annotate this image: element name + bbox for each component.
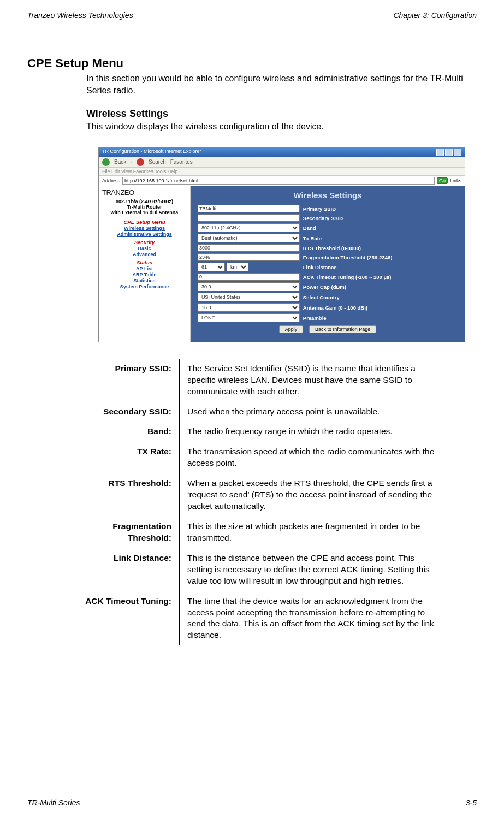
setting-input-11[interactable]: LONG [198,313,300,322]
intro-text: In this section you would be able to con… [86,73,477,96]
setting-label-5: Fragmentation Threshold (256-2346) [301,253,459,262]
setting-label-7: ACK Timeout Tuning (-100 ~ 100 µs) [301,272,459,282]
def-key-2: Band: [60,422,180,442]
security-head: Security [102,239,187,245]
setting-input-0[interactable] [198,205,300,212]
favorites-label[interactable]: Favorites [170,159,193,165]
sidebar-arp-table[interactable]: ARP Table [102,272,187,277]
setting-input-9[interactable]: US: United States [198,293,300,301]
setting-input-5[interactable] [198,253,300,261]
setting-input-1[interactable] [198,214,300,222]
sidebar-ap-list[interactable]: AP List [102,266,187,271]
setting-input-4[interactable] [198,244,300,252]
address-label: Address [102,178,120,183]
tranzeo-logo: TRANZEO [102,188,187,197]
section-title: CPE Setup Menu [27,56,477,70]
def-val-6: This is the distance between the CPE and… [180,548,444,591]
panel-heading: Wireless Settings [196,191,459,200]
links-label[interactable]: Links [450,178,461,183]
def-key-0: Primary SSID: [60,359,180,402]
def-val-7: The time that the device waits for an ac… [180,591,444,646]
setting-input-3[interactable]: Best (automatic) [198,234,300,242]
apply-button[interactable]: Apply [279,325,304,333]
sidebar-statistics[interactable]: Statistics [102,278,187,283]
def-val-3: The transmission speed at which the radi… [180,442,444,473]
sidebar-sys-performance[interactable]: System Performance [102,284,187,289]
header-left: Tranzeo Wireless Technologies [27,11,133,20]
header-right: Chapter 3: Configuration [393,11,477,20]
model-text: 802.11b/a (2.4GHz/5GHz) Tr-Multi Router … [102,199,187,216]
footer-left: TR-Multi Series [27,798,80,807]
def-val-2: The radio frequency range in which the r… [180,422,444,442]
def-val-0: The Service Set Identifier (SSID) is the… [180,359,444,402]
setting-input-2[interactable]: 802.11b (2.4GHz) [198,223,300,232]
menu-bar[interactable]: File Edit View Favorites Tools Help [99,168,465,176]
setting-label-4: RTS Threshold (0-3000) [301,244,459,253]
window-title: TR Configuration - Microsoft Internet Ex… [102,149,201,156]
setting-label-10: Antenna Gain (0 - 100 dBi) [301,303,459,313]
setting-input-10[interactable]: 16.0 [198,303,300,312]
definitions-table: Primary SSID:The Service Set Identifier … [60,359,444,646]
cpe-menu-head: CPE Setup Menu [102,219,187,225]
def-val-4: When a packet exceeds the RTS threshold,… [180,473,444,517]
back-info-button[interactable]: Back to Information Page [309,325,376,333]
subsection-title: Wireless Settings [86,108,477,120]
stop-icon[interactable] [137,158,144,166]
setting-label-2: Band [301,223,459,233]
back-label[interactable]: Back [114,159,126,165]
go-button[interactable]: Go [437,177,448,184]
search-label[interactable]: Search [149,159,166,165]
footer-right: 3-5 [466,798,477,807]
setting-input-6[interactable]: 61 [198,263,225,271]
sidebar-admin-settings[interactable]: Administrative Settings [102,232,187,237]
back-icon[interactable] [102,158,110,166]
def-key-4: RTS Threshold: [60,473,180,517]
setting-label-0: Primary SSID [301,204,459,214]
address-input[interactable] [122,177,435,185]
sidebar-basic[interactable]: Basic [102,246,187,251]
def-key-3: TX Rate: [60,442,180,473]
def-val-5: This is the size at which packets are fr… [180,517,444,548]
window-buttons [436,149,461,156]
setting-label-8: Power Cap (dBm) [301,282,459,292]
wireless-settings-screenshot: TR Configuration - Microsoft Internet Ex… [98,147,465,342]
settings-table: Primary SSIDSecondary SSID802.11b (2.4GH… [196,204,459,323]
setting-label-9: Select Country [301,292,459,303]
def-val-1: Used when the primary access point is un… [180,402,444,422]
status-head: Status [102,259,187,265]
subsection-text: This window displays the wireless config… [86,121,477,133]
def-key-5: Fragmentation Threshold: [60,517,180,548]
setting-label-3: Tx Rate [301,233,459,244]
def-key-6: Link Distance: [60,548,180,591]
def-key-1: Secondary SSID: [60,402,180,422]
setting-input-7[interactable] [198,273,300,281]
sidebar-wireless-settings[interactable]: Wireless Settings [102,226,187,231]
setting-label-6: Link Distance [301,262,459,272]
def-key-7: ACK Timeout Tuning: [60,591,180,646]
setting-label-1: Secondary SSID [301,214,459,223]
setting-label-11: Preamble [301,313,459,323]
setting-input-8[interactable]: 30.0 [198,282,300,291]
sidebar-advanced[interactable]: Advanced [102,252,187,257]
setting-unit-6[interactable]: km [227,263,248,271]
